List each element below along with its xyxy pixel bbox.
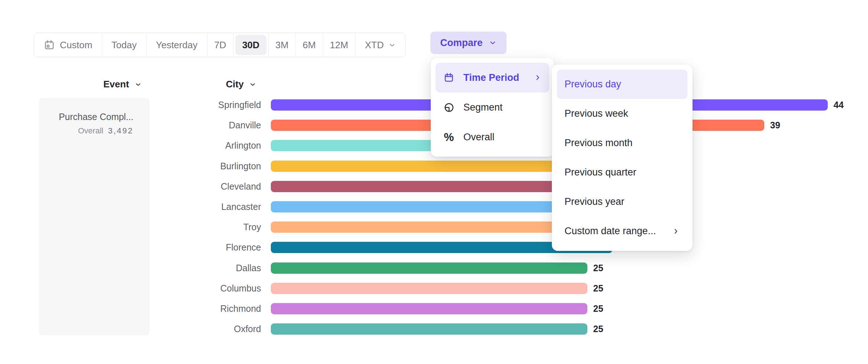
menu-item-overall[interactable]: % Overall <box>435 122 549 152</box>
submenu-item-label: Previous year <box>565 196 624 207</box>
bar-label: Dallas <box>152 262 261 274</box>
submenu-item-label: Previous month <box>565 137 633 149</box>
bar-label: Oxford <box>152 323 261 335</box>
chart-row: Lancaster <box>0 201 868 212</box>
bar-label: Troy <box>152 222 261 233</box>
toolbar-label: Custom <box>60 40 92 51</box>
date-range-7d-button[interactable]: 7D <box>207 33 233 57</box>
date-range-xtd-button[interactable]: XTD <box>355 33 405 57</box>
chart-row: Troy <box>0 222 868 233</box>
chevron-right-icon <box>534 74 542 82</box>
toolbar-selected-pill: 30D <box>235 35 266 55</box>
chevron-down-icon <box>489 39 497 47</box>
bar-value: 39 <box>770 120 780 131</box>
date-range-30d-button-selected[interactable]: 30D <box>233 33 269 57</box>
chevron-down-icon <box>388 41 396 49</box>
date-range-today-button[interactable]: Today <box>102 33 146 57</box>
bar[interactable] <box>271 303 587 314</box>
chart-row: Dallas 25 <box>0 262 868 274</box>
bar-value: 25 <box>593 323 603 335</box>
toolbar-label: Yesterday <box>156 40 198 51</box>
menu-item-time-period[interactable]: Time Period <box>435 63 549 92</box>
date-range-12m-button[interactable]: 12M <box>323 33 356 57</box>
chart-row: Burlington <box>0 161 868 172</box>
toolbar-label: 7D <box>214 40 226 51</box>
chart-row: Columbus 25 <box>0 283 868 294</box>
event-column-header[interactable]: Event <box>103 79 142 90</box>
segment-icon <box>443 102 455 113</box>
bar-label: Springfield <box>152 99 261 111</box>
bar-value: 25 <box>593 283 603 294</box>
chart-row: Florence <box>0 242 868 253</box>
bar-value: 25 <box>593 303 603 314</box>
toolbar-label: XTD <box>365 40 384 51</box>
bar-label: Richmond <box>152 303 261 314</box>
compare-button[interactable]: Compare <box>430 32 507 54</box>
toolbar-label: 12M <box>330 40 348 51</box>
toolbar-label: Today <box>112 40 137 51</box>
bar-label: Columbus <box>152 283 261 294</box>
chevron-right-icon <box>672 227 680 235</box>
submenu-item-label: Previous week <box>565 108 628 119</box>
submenu-item-label: Previous day <box>565 79 621 90</box>
compare-label: Compare <box>440 37 483 49</box>
date-range-custom-button[interactable]: Custom <box>34 33 102 57</box>
date-range-yesterday-button[interactable]: Yesterday <box>146 33 207 57</box>
bar[interactable] <box>271 323 587 335</box>
submenu-item-label: Custom date range... <box>565 226 656 237</box>
menu-item-segment[interactable]: Segment <box>435 92 549 122</box>
date-range-3m-button[interactable]: 3M <box>269 33 296 57</box>
city-header-label: City <box>226 79 244 90</box>
submenu-item-previous-month[interactable]: Previous month <box>557 128 687 158</box>
event-panel-card[interactable]: Purchase Compl... Overall3,492 <box>39 98 149 335</box>
bar-label: Cleveland <box>152 181 261 192</box>
compare-dropdown-menu: Time Period Segment % Overall <box>431 58 554 157</box>
bar-label: Arlington <box>152 140 261 151</box>
menu-item-label: Time Period <box>463 72 525 83</box>
event-header-label: Event <box>103 79 129 90</box>
menu-item-label: Segment <box>463 102 542 113</box>
bar[interactable] <box>271 262 587 274</box>
bar-value: 25 <box>593 262 603 274</box>
chart-row: Cleveland <box>0 181 868 192</box>
insights-report-view: Custom Today Yesterday 7D 30D 3M 6M 12M … <box>0 0 868 364</box>
bar-value: 44 <box>834 99 844 111</box>
chevron-down-icon <box>135 81 142 88</box>
bar-label: Florence <box>152 242 261 253</box>
time-period-submenu: Previous day Previous week Previous mont… <box>552 65 693 251</box>
submenu-item-label: Previous quarter <box>565 167 636 178</box>
chart-row: Richmond 25 <box>0 303 868 314</box>
date-range-6m-button[interactable]: 6M <box>296 33 323 57</box>
city-column-header[interactable]: City <box>226 79 256 90</box>
toolbar-label: 3M <box>276 40 289 51</box>
bar[interactable] <box>271 283 587 294</box>
date-range-toolbar: Custom Today Yesterday 7D 30D 3M 6M 12M … <box>34 33 406 57</box>
chevron-down-icon <box>249 81 256 88</box>
bar-label: Lancaster <box>152 201 261 212</box>
bar-label: Danville <box>152 120 261 131</box>
chart-row: Oxford 25 <box>0 323 868 335</box>
percent-icon: % <box>443 131 455 143</box>
toolbar-label: 6M <box>303 40 316 51</box>
calendar-icon <box>443 72 455 83</box>
submenu-item-previous-quarter[interactable]: Previous quarter <box>557 158 687 187</box>
calendar-icon <box>44 39 55 51</box>
submenu-item-previous-week[interactable]: Previous week <box>557 99 687 128</box>
menu-item-label: Overall <box>463 132 542 143</box>
submenu-item-custom-date-range[interactable]: Custom date range... <box>557 216 687 246</box>
submenu-item-previous-day[interactable]: Previous day <box>557 70 687 99</box>
submenu-item-previous-year[interactable]: Previous year <box>557 187 687 216</box>
bar-label: Burlington <box>152 161 261 172</box>
